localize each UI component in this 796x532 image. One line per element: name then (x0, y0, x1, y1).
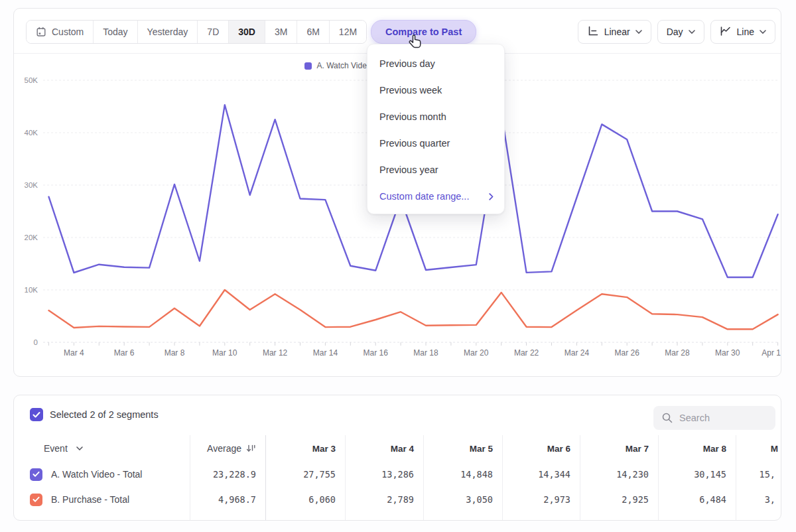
insights-dashboard: CustomTodayYesterday7D30D3M6M12M Compare… (0, 0, 796, 532)
value-cell-clipped: 3, (736, 494, 781, 505)
x-axis-label: Mar 28 (665, 348, 690, 358)
column-divider (345, 435, 346, 520)
value-cell: 14,230 (580, 469, 658, 480)
event-column-header[interactable]: Event (14, 443, 190, 454)
chart-type-dropdown-button[interactable]: Line (710, 20, 775, 44)
chevron-right-icon (489, 193, 494, 200)
dropdown-item-previous-year[interactable]: Previous year (367, 157, 504, 183)
selected-segments-label: Selected 2 of 2 segments (50, 409, 159, 420)
column-divider (423, 435, 424, 520)
range-3m[interactable]: 3M (265, 21, 297, 43)
range-label: 30D (238, 27, 255, 37)
value-cell: 6,484 (658, 494, 736, 505)
x-axis-label: Mar 22 (514, 348, 539, 358)
dropdown-item-custom-date-range[interactable]: Custom date range... (367, 183, 504, 211)
date-column-header-mar-6[interactable]: Mar 6 (502, 444, 580, 454)
interval-dropdown-button[interactable]: Day (657, 20, 704, 44)
range-custom[interactable]: Custom (27, 21, 94, 43)
date-column-header-mar-8[interactable]: Mar 8 (658, 444, 736, 454)
dropdown-item-previous-week[interactable]: Previous week (367, 77, 504, 103)
y-axis-label: 50K (25, 76, 38, 84)
chevron-down-icon (760, 30, 766, 34)
date-range-group: CustomTodayYesterday7D30D3M6M12M (26, 20, 367, 44)
range-6m[interactable]: 6M (297, 21, 329, 43)
series-line-b-purchase-total[interactable] (49, 290, 778, 329)
range-12m[interactable]: 12M (330, 21, 366, 43)
line-chart-icon (720, 25, 732, 39)
table-header-row: EventAverageMar 3Mar 4Mar 5Mar 6Mar 7Mar… (14, 435, 781, 462)
chevron-down-icon (76, 446, 83, 450)
range-label: Today (103, 27, 127, 37)
chevron-down-icon (689, 30, 695, 34)
x-axis-label: Apr 1 (762, 348, 781, 358)
column-divider (190, 435, 190, 520)
search-input[interactable] (679, 413, 765, 423)
range-30d[interactable]: 30D (229, 21, 265, 43)
compare-dropdown-menu: Previous dayPrevious weekPrevious monthP… (367, 44, 505, 214)
chart-controls: Linear Day Line (578, 20, 775, 44)
value-cell: 2,789 (345, 494, 423, 505)
segment-checkbox-b-purchase-total[interactable] (30, 494, 42, 506)
column-divider (736, 435, 736, 520)
event-cell: B. Purchase - Total (14, 494, 190, 506)
value-cell: 14,848 (423, 469, 502, 480)
range-today[interactable]: Today (94, 21, 137, 43)
average-header-label: Average (207, 443, 241, 454)
date-column-header-clipped: M (736, 444, 781, 454)
value-cell-clipped: 15, (736, 469, 781, 480)
check-icon (33, 471, 40, 478)
x-axis-label: Mar 18 (413, 348, 438, 358)
average-value-cell: 4,968.7 (190, 494, 265, 505)
date-column-header-mar-7[interactable]: Mar 7 (580, 444, 658, 454)
x-axis-label: Mar 4 (64, 348, 84, 358)
value-cell: 14,344 (502, 469, 580, 480)
value-cell: 6,060 (265, 494, 345, 505)
range-yesterday[interactable]: Yesterday (138, 21, 198, 43)
dropdown-item-previous-month[interactable]: Previous month (367, 103, 504, 130)
date-column-header-mar-5[interactable]: Mar 5 (423, 444, 502, 454)
x-axis-label: Mar 10 (212, 348, 237, 358)
sort-descending-icon (246, 444, 256, 453)
event-cell: A. Watch Video - Total (14, 468, 190, 481)
mouse-cursor-hand (406, 33, 425, 52)
x-axis-label: Mar 20 (464, 348, 489, 358)
x-axis-label: Mar 16 (364, 348, 389, 358)
range-7d[interactable]: 7D (198, 21, 229, 43)
range-label: 12M (339, 27, 357, 37)
y-axis-label: 20K (25, 233, 38, 241)
value-cell: 30,145 (658, 469, 736, 480)
date-column-header-mar-3[interactable]: Mar 3 (265, 444, 345, 454)
search-icon (661, 412, 673, 424)
custom-date-range-label: Custom date range... (379, 191, 469, 202)
x-axis-label: Mar 12 (263, 348, 288, 358)
value-cell: 2,925 (580, 494, 658, 505)
check-icon (33, 496, 40, 503)
segment-checkbox-a-watch-video-total[interactable] (30, 468, 42, 481)
select-all-checkbox[interactable] (30, 408, 43, 421)
value-cell: 3,050 (423, 494, 502, 505)
linear-scale-icon (587, 25, 599, 39)
average-column-header[interactable]: Average (190, 443, 265, 454)
segment-label: A. Watch Video - Total (51, 469, 142, 480)
column-divider (580, 435, 580, 520)
event-header-label: Event (44, 443, 68, 454)
column-divider (502, 435, 503, 520)
dropdown-item-previous-day[interactable]: Previous day (367, 50, 504, 77)
chart-type-label: Line (737, 27, 754, 37)
x-axis-label: Mar 8 (165, 348, 185, 358)
value-cell: 27,755 (265, 469, 345, 480)
segments-table: EventAverageMar 3Mar 4Mar 5Mar 6Mar 7Mar… (14, 435, 781, 520)
dropdown-item-previous-quarter[interactable]: Previous quarter (367, 130, 504, 157)
date-column-header-mar-4[interactable]: Mar 4 (345, 444, 423, 454)
range-label: 3M (275, 27, 287, 37)
table-row: A. Watch Video - Total23,228.927,75513,2… (14, 462, 781, 487)
y-axis-label: 10K (25, 286, 38, 294)
y-axis-label: 0 (34, 338, 38, 346)
range-label: Yesterday (147, 27, 188, 37)
search-box[interactable] (653, 406, 775, 430)
range-label: Custom (52, 27, 84, 37)
scale-dropdown-button[interactable]: Linear (578, 20, 651, 44)
calendar-icon (36, 27, 46, 37)
column-divider (265, 435, 266, 520)
chevron-down-icon (635, 30, 642, 34)
